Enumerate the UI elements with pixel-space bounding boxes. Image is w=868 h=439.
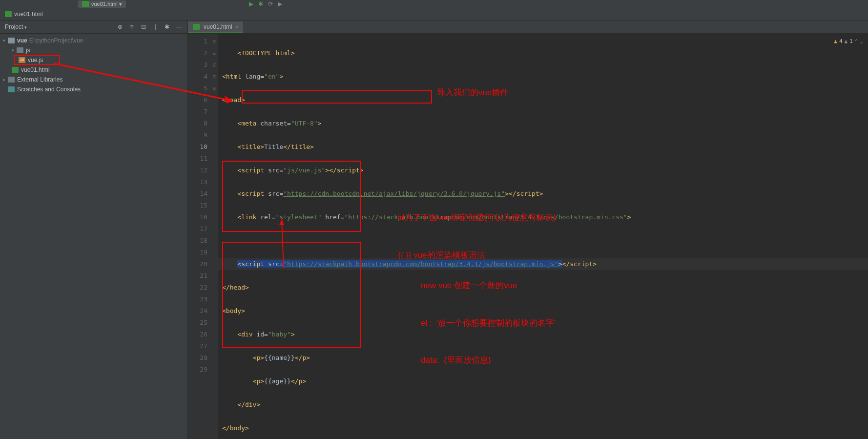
project-header: Project ⊕ ≡ ⊟ | ✱ — <box>0 21 187 34</box>
tree-root-label: vue <box>17 37 27 44</box>
close-icon[interactable]: × <box>235 24 238 30</box>
tree-folder-js[interactable]: ▾ js <box>0 45 187 55</box>
editor-panel: vue01.html × 123456789101112131415161718… <box>188 21 868 439</box>
fold-gutter[interactable]: ⊟⊟⊟⊟⊟ <box>211 34 218 439</box>
editor-tab-vue01[interactable]: vue01.html × <box>188 21 243 33</box>
html-file-icon <box>12 67 19 73</box>
tree-label: Scratches and Consoles <box>17 86 81 93</box>
annotation-text-3: new vue 创建一个新的vue el : '放一个你想要控制的板块的名字' … <box>421 254 556 392</box>
warning-icon: ▲ <box>834 36 837 47</box>
tab-label: vue01.html <box>204 23 232 30</box>
html-icon <box>193 24 200 30</box>
divider: | <box>151 23 159 31</box>
run-icon[interactable]: ▶ <box>249 0 253 7</box>
chevron-down-icon[interactable]: ▾ <box>12 48 17 53</box>
chevron-right-icon[interactable]: ▸ <box>3 77 8 82</box>
tree-scratches[interactable]: Scratches and Consoles <box>0 84 187 94</box>
hide-icon[interactable]: — <box>175 23 183 31</box>
folder-icon <box>8 38 15 43</box>
chevron-down-icon[interactable]: ▾ <box>3 38 8 43</box>
run-config-label: vue01.html ▾ <box>91 1 122 7</box>
weak-warning-icon: ▲ <box>845 36 848 47</box>
tree-root[interactable]: ▾ vue E:\pythonProject\vue <box>0 36 187 45</box>
library-icon <box>8 77 15 83</box>
coverage-icon[interactable]: ⟳ <box>268 0 273 7</box>
locate-icon[interactable]: ⊕ <box>116 23 124 31</box>
top-toolbar: vue01.html ▾ ▶ ✱ ⟳ ▶ <box>0 0 868 8</box>
tree-external-libs[interactable]: ▸ External Libraries <box>0 75 187 84</box>
expand-all-icon[interactable]: ≡ <box>128 23 136 31</box>
tree-file-label: vue01.html <box>21 66 50 73</box>
run-toolbar-icons: ▶ ✱ ⟳ ▶ <box>249 0 868 7</box>
project-title[interactable]: Project <box>5 23 27 30</box>
tree-file-vue01[interactable]: vue01.html <box>0 65 187 75</box>
breadcrumb-file[interactable]: vue01.html <box>14 11 43 18</box>
scratch-icon <box>8 86 15 92</box>
collapse-all-icon[interactable]: ⊟ <box>140 23 147 31</box>
tree-file-vuejs[interactable]: JS vue.js <box>14 55 60 65</box>
settings-icon[interactable]: ✱ <box>163 23 171 31</box>
line-gutter[interactable]: 1234567891011121314151617181920212223242… <box>188 34 211 439</box>
debug-icon[interactable]: ✱ <box>258 0 263 7</box>
html-icon <box>5 11 12 17</box>
profile-icon[interactable]: ▶ <box>278 0 282 7</box>
breadcrumb: vue01.html <box>0 8 868 21</box>
tree-label: External Libraries <box>17 76 62 83</box>
js-file-icon: JS <box>19 57 25 63</box>
tree-folder-label: js <box>26 47 30 54</box>
code-area[interactable]: <!DOCTYPE html> <html lang="en"> <head> … <box>218 34 868 439</box>
inspection-status[interactable]: ▲4 ▲1 ⌃⌄ <box>834 36 863 47</box>
run-config-dropdown[interactable]: vue01.html ▾ <box>78 0 126 8</box>
project-tree[interactable]: ▾ vue E:\pythonProject\vue ▾ js JS vue.j… <box>0 34 187 96</box>
tree-root-path: E:\pythonProject\vue <box>29 37 83 44</box>
editor-tabs: vue01.html × <box>188 21 868 34</box>
tree-file-label: vue.js <box>28 57 43 63</box>
html-icon <box>82 1 89 7</box>
project-sidebar: Project ⊕ ≡ ⊟ | ✱ — ▾ vue E:\pythonProje… <box>0 21 188 439</box>
folder-icon <box>17 47 23 53</box>
